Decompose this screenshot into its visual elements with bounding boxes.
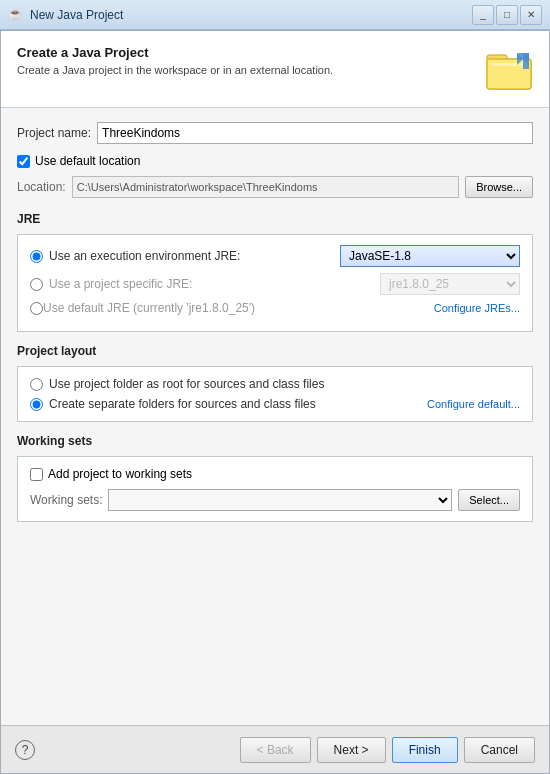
working-sets-dropdown[interactable] bbox=[108, 489, 452, 511]
header-text: Create a Java Project Create a Java proj… bbox=[17, 45, 333, 76]
dialog: Create a Java Project Create a Java proj… bbox=[0, 30, 550, 774]
working-sets-input-row: Working sets: Select... bbox=[30, 489, 520, 511]
dialog-header: Create a Java Project Create a Java proj… bbox=[1, 31, 549, 108]
jre-env-radio[interactable] bbox=[30, 250, 43, 263]
window-title: New Java Project bbox=[30, 8, 472, 22]
configure-default-link[interactable]: Configure default... bbox=[427, 398, 520, 410]
jre-project-row: Use a project specific JRE: jre1.8.0_25 bbox=[30, 273, 520, 295]
add-to-working-sets-label[interactable]: Add project to working sets bbox=[48, 467, 192, 481]
maximize-button[interactable]: □ bbox=[496, 5, 518, 25]
layout-root-radio[interactable] bbox=[30, 378, 43, 391]
footer-buttons: < Back Next > Finish Cancel bbox=[240, 737, 535, 763]
layout-separate-label: Create separate folders for sources and … bbox=[49, 397, 427, 411]
project-name-label: Project name: bbox=[17, 126, 91, 140]
project-name-input[interactable] bbox=[97, 122, 533, 144]
working-sets-section: Working sets Add project to working sets… bbox=[17, 434, 533, 522]
jre-project-radio[interactable] bbox=[30, 278, 43, 291]
jre-env-row: Use an execution environment JRE: JavaSE… bbox=[30, 245, 520, 267]
jre-section-box: Use an execution environment JRE: JavaSE… bbox=[17, 234, 533, 332]
browse-button[interactable]: Browse... bbox=[465, 176, 533, 198]
use-default-location-label[interactable]: Use default location bbox=[35, 154, 140, 168]
header-icon bbox=[485, 45, 533, 93]
layout-root-label: Use project folder as root for sources a… bbox=[49, 377, 520, 391]
location-input[interactable] bbox=[72, 176, 459, 198]
layout-section: Project layout Use project folder as roo… bbox=[17, 344, 533, 422]
jre-env-dropdown[interactable]: JavaSE-1.8 JavaSE-11 JavaSE-17 bbox=[340, 245, 520, 267]
window-icon: ☕ bbox=[8, 7, 24, 23]
jre-section-title: JRE bbox=[17, 212, 533, 226]
layout-separate-radio[interactable] bbox=[30, 398, 43, 411]
dialog-title: Create a Java Project bbox=[17, 45, 333, 60]
finish-button[interactable]: Finish bbox=[392, 737, 458, 763]
jre-project-dropdown[interactable]: jre1.8.0_25 bbox=[380, 273, 520, 295]
back-button[interactable]: < Back bbox=[240, 737, 311, 763]
working-sets-title: Working sets bbox=[17, 434, 533, 448]
dialog-subtitle: Create a Java project in the workspace o… bbox=[17, 64, 333, 76]
jre-default-radio[interactable] bbox=[30, 302, 43, 315]
configure-jres-link[interactable]: Configure JREs... bbox=[434, 302, 520, 314]
svg-rect-6 bbox=[517, 53, 529, 59]
dialog-content: Project name: Use default location Locat… bbox=[1, 108, 549, 725]
location-row: Location: Browse... bbox=[17, 176, 533, 198]
next-button[interactable]: Next > bbox=[317, 737, 386, 763]
help-button[interactable]: ? bbox=[15, 740, 35, 760]
working-sets-label: Working sets: bbox=[30, 493, 102, 507]
use-default-location-row: Use default location bbox=[17, 154, 533, 168]
layout-root-row: Use project folder as root for sources a… bbox=[30, 377, 520, 391]
jre-default-row: Use default JRE (currently 'jre1.8.0_25'… bbox=[30, 301, 520, 315]
layout-section-title: Project layout bbox=[17, 344, 533, 358]
location-label: Location: bbox=[17, 180, 66, 194]
select-button[interactable]: Select... bbox=[458, 489, 520, 511]
jre-project-label: Use a project specific JRE: bbox=[49, 277, 380, 291]
title-bar: ☕ New Java Project _ □ ✕ bbox=[0, 0, 550, 30]
project-name-row: Project name: bbox=[17, 122, 533, 144]
layout-section-box: Use project folder as root for sources a… bbox=[17, 366, 533, 422]
use-default-location-checkbox[interactable] bbox=[17, 155, 30, 168]
working-sets-box: Add project to working sets Working sets… bbox=[17, 456, 533, 522]
svg-rect-3 bbox=[491, 63, 527, 66]
add-to-working-sets-row: Add project to working sets bbox=[30, 467, 520, 481]
jre-default-label: Use default JRE (currently 'jre1.8.0_25'… bbox=[43, 301, 434, 315]
jre-section: JRE Use an execution environment JRE: Ja… bbox=[17, 212, 533, 332]
minimize-button[interactable]: _ bbox=[472, 5, 494, 25]
cancel-button[interactable]: Cancel bbox=[464, 737, 535, 763]
add-to-working-sets-checkbox[interactable] bbox=[30, 468, 43, 481]
dialog-footer: ? < Back Next > Finish Cancel bbox=[1, 725, 549, 773]
jre-env-label: Use an execution environment JRE: bbox=[49, 249, 340, 263]
window-controls: _ □ ✕ bbox=[472, 5, 542, 25]
close-button[interactable]: ✕ bbox=[520, 5, 542, 25]
layout-separate-row: Create separate folders for sources and … bbox=[30, 397, 520, 411]
